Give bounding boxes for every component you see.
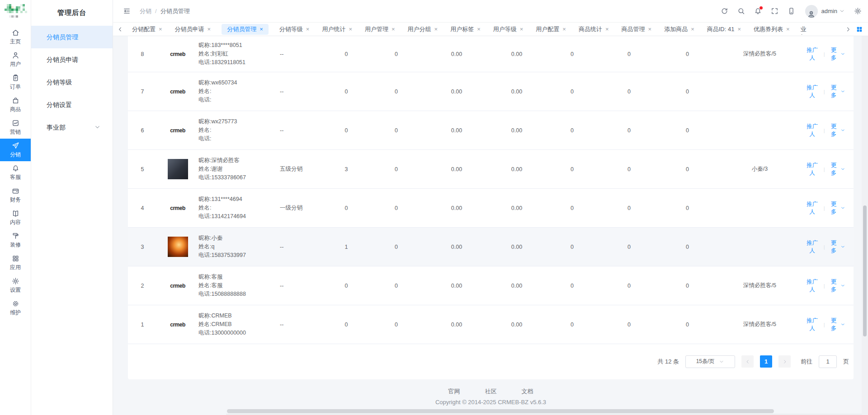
- sidebar-item-user[interactable]: 用户: [0, 48, 31, 71]
- promoter-link[interactable]: 推广人: [804, 239, 821, 255]
- promoter-link[interactable]: 推广人: [804, 317, 821, 332]
- username[interactable]: admin: [821, 8, 837, 14]
- mobile-preview-button[interactable]: [788, 7, 795, 15]
- promoter-link[interactable]: 推广人: [804, 123, 821, 138]
- close-tab-icon[interactable]: ×: [737, 26, 741, 32]
- promoter-link[interactable]: 推广人: [804, 84, 821, 99]
- more-dropdown[interactable]: 更多: [828, 239, 845, 255]
- sidebar-item-finance[interactable]: 财务: [0, 184, 31, 206]
- sidebar-item-service[interactable]: 客服: [0, 161, 31, 184]
- tab[interactable]: 商品管理 ×: [620, 24, 654, 35]
- close-tab-icon[interactable]: ×: [605, 26, 609, 32]
- close-tab-icon[interactable]: ×: [786, 26, 790, 32]
- sidebar-item-decoration[interactable]: 装修: [0, 229, 31, 252]
- tab[interactable]: 优惠券列表 ×: [752, 24, 792, 35]
- tab[interactable]: 用户管理 ×: [363, 24, 397, 35]
- goto-page-input[interactable]: [819, 355, 837, 368]
- close-tab-icon[interactable]: ×: [306, 26, 310, 32]
- close-tab-icon[interactable]: ×: [648, 26, 652, 32]
- close-tab-icon[interactable]: ×: [208, 26, 211, 32]
- next-page-button[interactable]: [778, 355, 791, 368]
- sidebar-item-distribution[interactable]: 分销: [0, 139, 31, 161]
- promoter-link[interactable]: 推广人: [804, 162, 821, 177]
- icon-sidebar: 主页 用户 订单 商品 营销 分销 客服 财务 内容 装修 应用 设置 维护: [0, 0, 31, 415]
- sidebar-item-settings[interactable]: 设置: [0, 274, 31, 297]
- close-tab-icon[interactable]: ×: [477, 26, 481, 32]
- sidebar-item-goods[interactable]: 商品: [0, 93, 31, 116]
- search-button[interactable]: [737, 7, 745, 15]
- community-link[interactable]: 社区: [485, 387, 497, 396]
- sidebar-item-home[interactable]: 主页: [0, 26, 31, 48]
- sidebar-item-apps[interactable]: 应用: [0, 252, 31, 274]
- more-dropdown[interactable]: 更多: [828, 123, 845, 138]
- fullscreen-button[interactable]: [771, 7, 778, 15]
- tab[interactable]: 事业部 ×: [801, 24, 807, 35]
- tabs-scroll-left-button[interactable]: [115, 26, 126, 33]
- tab-label: 分销员申请: [175, 25, 204, 33]
- official-site-link[interactable]: 官网: [448, 387, 460, 396]
- more-dropdown[interactable]: 更多: [828, 47, 845, 62]
- prev-page-button[interactable]: [741, 355, 754, 368]
- user-icon: [12, 51, 19, 59]
- current-page[interactable]: 1: [760, 355, 772, 368]
- close-tab-icon[interactable]: ×: [259, 26, 263, 32]
- close-tab-icon[interactable]: ×: [392, 26, 395, 32]
- tab[interactable]: 分销等级 ×: [278, 24, 311, 35]
- submenu-item[interactable]: 分销等级: [31, 71, 113, 93]
- notifications-button[interactable]: [754, 7, 762, 15]
- more-dropdown[interactable]: 更多: [828, 201, 845, 216]
- num-cell: 0: [368, 322, 425, 328]
- submenu-item[interactable]: 事业部: [31, 116, 113, 139]
- breadcrumb-section[interactable]: 分销: [140, 8, 151, 14]
- refresh-button[interactable]: [721, 7, 728, 15]
- tab[interactable]: 商品统计 ×: [577, 24, 611, 35]
- more-dropdown[interactable]: 更多: [828, 278, 845, 294]
- user-menu-toggle[interactable]: [839, 8, 845, 14]
- tabs-scroll-right-button[interactable]: [843, 26, 854, 33]
- sidebar-item-maintenance[interactable]: 维护: [0, 297, 31, 319]
- horizontal-scrollbar-thumb[interactable]: [227, 409, 774, 413]
- tab[interactable]: 用户标签 ×: [448, 24, 482, 35]
- header-settings-button[interactable]: [854, 7, 862, 15]
- more-dropdown[interactable]: 更多: [828, 84, 845, 99]
- vertical-scrollbar-thumb[interactable]: [863, 205, 867, 336]
- promoter-link[interactable]: 推广人: [804, 278, 821, 294]
- close-tab-icon[interactable]: ×: [562, 26, 566, 32]
- tab[interactable]: 分销配置 ×: [130, 24, 164, 35]
- tab[interactable]: 添加商品 ×: [662, 24, 696, 35]
- promoter-link[interactable]: 推广人: [804, 201, 821, 216]
- close-tab-icon[interactable]: ×: [349, 26, 352, 32]
- user-info: 昵称:小秦 姓名:q 电话:15837533997: [198, 234, 280, 260]
- tab[interactable]: 用户分组 ×: [406, 24, 440, 35]
- docs-link[interactable]: 文档: [522, 387, 533, 396]
- collapse-sidebar-button[interactable]: [123, 7, 131, 15]
- avatar[interactable]: [805, 5, 818, 18]
- tab[interactable]: 用户统计 ×: [320, 24, 354, 35]
- close-tab-icon[interactable]: ×: [520, 26, 524, 32]
- tab-options-button[interactable]: [854, 26, 865, 33]
- close-tab-icon[interactable]: ×: [159, 26, 162, 32]
- tab[interactable]: 用户等级 ×: [491, 24, 525, 35]
- close-tab-icon[interactable]: ×: [434, 26, 438, 32]
- crmeb-logo-avatar: crmeb: [168, 120, 188, 140]
- submenu-item[interactable]: 分销员管理: [31, 26, 113, 48]
- distribution-level: 五级分销: [280, 165, 325, 173]
- chevron-left-icon: [745, 359, 750, 364]
- submenu-item[interactable]: 分销员申请: [31, 48, 113, 71]
- tab[interactable]: 分销员管理 ×: [222, 24, 269, 35]
- sidebar-item-content[interactable]: 内容: [0, 206, 31, 229]
- promoter-link[interactable]: 推广人: [804, 47, 821, 62]
- tab[interactable]: 用户配置 ×: [534, 24, 568, 35]
- submenu-item[interactable]: 分销设置: [31, 93, 113, 116]
- num-cell: 0: [325, 283, 368, 289]
- marketing-icon: [12, 119, 19, 127]
- more-dropdown[interactable]: 更多: [828, 317, 845, 332]
- brand-logo[interactable]: [0, 0, 31, 26]
- page-size-select[interactable]: 15条/页: [685, 355, 735, 368]
- sidebar-item-marketing[interactable]: 营销: [0, 116, 31, 139]
- tab[interactable]: 分销员申请 ×: [173, 24, 213, 35]
- more-dropdown[interactable]: 更多: [828, 162, 845, 177]
- sidebar-item-order[interactable]: 订单: [0, 71, 31, 93]
- close-tab-icon[interactable]: ×: [691, 26, 694, 32]
- tab[interactable]: 商品ID: 41 ×: [705, 24, 743, 35]
